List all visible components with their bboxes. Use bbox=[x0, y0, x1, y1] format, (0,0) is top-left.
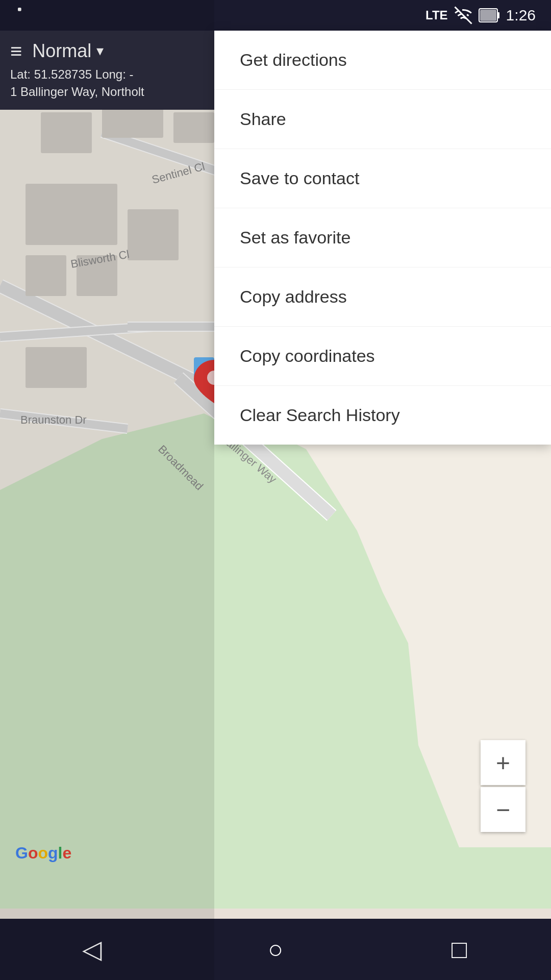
menu-item-clear-search-history[interactable]: Clear Search History bbox=[214, 386, 551, 445]
status-icons: LTE 1:26 bbox=[425, 6, 536, 24]
zoom-in-button[interactable]: + bbox=[481, 740, 525, 785]
recent-apps-button[interactable]: □ bbox=[439, 929, 480, 970]
menu-item-get-directions[interactable]: Get directions bbox=[214, 31, 551, 90]
menu-item-set-as-favorite[interactable]: Set as favorite bbox=[214, 208, 551, 267]
menu-item-save-to-contact[interactable]: Save to contact bbox=[214, 149, 551, 208]
signal-icon bbox=[454, 6, 472, 24]
dropdown-menu: Get directions Share Save to contact Set… bbox=[214, 31, 551, 445]
recent-icon: □ bbox=[452, 935, 467, 964]
status-time: 1:26 bbox=[506, 7, 536, 24]
home-button[interactable]: ○ bbox=[255, 929, 296, 970]
home-icon: ○ bbox=[268, 935, 283, 964]
menu-item-copy-address[interactable]: Copy address bbox=[214, 267, 551, 327]
menu-item-copy-coordinates[interactable]: Copy coordinates bbox=[214, 327, 551, 386]
svg-rect-2 bbox=[497, 12, 499, 18]
zoom-out-button[interactable]: − bbox=[481, 787, 525, 832]
map-overlay[interactable] bbox=[0, 0, 214, 980]
menu-item-share[interactable]: Share bbox=[214, 90, 551, 149]
lte-icon: LTE bbox=[425, 8, 448, 22]
battery-icon bbox=[479, 8, 500, 22]
zoom-controls: + − bbox=[481, 740, 525, 832]
svg-rect-3 bbox=[480, 10, 496, 21]
